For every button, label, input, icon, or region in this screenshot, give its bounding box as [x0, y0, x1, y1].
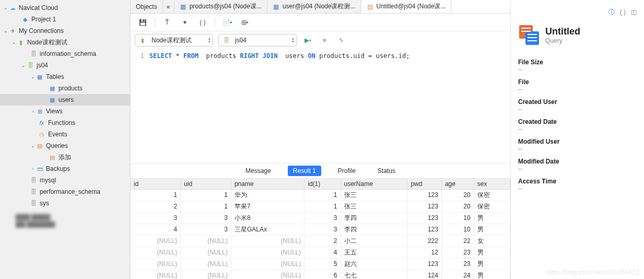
cell[interactable]: 10 — [441, 212, 474, 224]
col-header[interactable]: sex — [474, 179, 510, 189]
cell[interactable]: (NULL) — [181, 247, 231, 258]
cell[interactable]: 123 — [407, 201, 442, 212]
tree-perf[interactable]: 🗄performance_schema — [0, 186, 130, 197]
cell[interactable]: 3 — [181, 224, 231, 235]
tab-products[interactable]: ▦products@js04 (Node课... — [174, 0, 267, 13]
cell[interactable]: 222 — [407, 235, 442, 247]
tree-events[interactable]: ◷Events — [0, 129, 130, 140]
cell[interactable]: 4 — [305, 247, 341, 258]
table-row[interactable]: (NULL)(NULL)(NULL)4王五1223男 — [131, 247, 510, 258]
cell[interactable]: 6 — [305, 270, 341, 279]
tree-products[interactable]: ▦products — [0, 83, 130, 94]
tree-project[interactable]: ◆Project 1 — [0, 14, 130, 25]
editor-empty[interactable] — [131, 63, 510, 163]
col-header[interactable]: pname — [231, 179, 304, 189]
cell[interactable]: 保密 — [474, 189, 510, 201]
layout-icon[interactable]: ◫ — [631, 8, 637, 16]
cell[interactable]: 七七 — [341, 270, 407, 279]
tree-cloud[interactable]: ⌄☁Navicat Cloud — [0, 2, 130, 14]
tree-users[interactable]: ▦users — [0, 94, 130, 106]
cell[interactable]: 10 — [441, 224, 474, 235]
col-header[interactable]: userName — [341, 179, 407, 189]
cell[interactable]: 小二 — [341, 235, 407, 247]
cell[interactable]: (NULL) — [231, 235, 304, 247]
builder-button[interactable]: ⊞▸ — [239, 17, 251, 28]
cell[interactable]: (NULL) — [181, 235, 231, 247]
cell[interactable]: (NULL) — [231, 270, 304, 279]
cell[interactable]: 12 — [407, 247, 442, 258]
cell[interactable]: 3 — [181, 212, 231, 224]
cell[interactable]: 李四 — [341, 224, 407, 235]
tree-views[interactable]: ›⊞Views — [0, 106, 130, 117]
sql-editor[interactable]: 1 SELECT * FROM products RIGHT JOIN user… — [131, 49, 510, 63]
tab-untitled[interactable]: ▤Untitled@js04 (Node课... — [361, 0, 452, 13]
table-row[interactable]: 43三星GALAx3李四12310男 — [131, 224, 510, 235]
database-dropdown[interactable]: 🗄js04▴▾ — [218, 34, 297, 47]
tree-queries[interactable]: ⌄▤Queries — [0, 140, 130, 152]
cell[interactable]: 123 — [407, 258, 442, 270]
table-row[interactable]: 11华为1张三12320保密 — [131, 189, 510, 201]
cell[interactable]: 2 — [131, 201, 181, 212]
table-row[interactable]: 33小米83李四12310男 — [131, 212, 510, 224]
cell[interactable]: 3 — [305, 212, 341, 224]
cell[interactable]: 124 — [407, 270, 442, 279]
explain-plan-button[interactable]: ᔦ — [335, 34, 347, 46]
col-header[interactable]: age — [441, 179, 474, 189]
cell[interactable]: 小米8 — [231, 212, 304, 224]
cell[interactable]: (NULL) — [131, 247, 181, 258]
cell[interactable]: 1 — [305, 201, 341, 212]
tree-js04[interactable]: ⌄🗄js04 — [0, 60, 130, 71]
cell[interactable]: 张三 — [341, 189, 407, 201]
cell[interactable]: 23 — [441, 258, 474, 270]
table-row[interactable]: 21苹果71张三12320保密 — [131, 201, 510, 212]
cell[interactable]: 女 — [474, 235, 510, 247]
tree-myconn[interactable]: ⌄✈My Connections — [0, 25, 130, 37]
tree-tables[interactable]: ⌄▦Tables — [0, 71, 130, 83]
run-button[interactable]: ▶▾ — [302, 34, 313, 46]
cell[interactable]: (NULL) — [181, 258, 231, 270]
cell[interactable]: 保密 — [474, 201, 510, 212]
table-row[interactable]: (NULL)(NULL)(NULL)5赵六12323男 — [131, 258, 510, 270]
info-icon[interactable]: ⓘ — [608, 8, 615, 17]
cell[interactable]: 男 — [474, 270, 510, 279]
cell[interactable]: 华为 — [231, 189, 304, 201]
cell[interactable]: 男 — [474, 224, 510, 235]
table-row[interactable]: (NULL)(NULL)(NULL)2小二22222女 — [131, 235, 510, 247]
cell[interactable]: 王五 — [341, 247, 407, 258]
cell[interactable]: 三星GALAx — [231, 224, 304, 235]
cell[interactable]: 5 — [305, 258, 341, 270]
cell[interactable]: 1 — [131, 189, 181, 201]
rtab-profile[interactable]: Profile — [333, 166, 361, 176]
paren-button[interactable]: ( ) — [197, 17, 208, 28]
cell[interactable]: 3 — [131, 212, 181, 224]
tree-infoschema[interactable]: 🗄information_schema — [0, 48, 130, 60]
tab-user[interactable]: ▦user@js04 (Node课程测... — [267, 0, 361, 13]
col-header[interactable]: id(1) — [305, 179, 341, 189]
cell[interactable]: 1 — [181, 189, 231, 201]
cell[interactable]: 3 — [305, 224, 341, 235]
tree-conn[interactable]: ⌄▮Node课程测试 — [0, 37, 130, 48]
cell[interactable]: 男 — [474, 247, 510, 258]
cell[interactable]: 123 — [407, 189, 442, 201]
tab-prev[interactable]: « — [163, 0, 174, 13]
cell[interactable]: 20 — [441, 189, 474, 201]
cell[interactable]: (NULL) — [131, 270, 181, 279]
col-header[interactable]: uid — [181, 179, 231, 189]
col-header[interactable]: id — [131, 179, 181, 189]
col-header[interactable]: pwd — [407, 179, 442, 189]
cell[interactable]: 2 — [305, 235, 341, 247]
rtab-result[interactable]: Result 1 — [288, 166, 321, 176]
cell[interactable]: 赵六 — [341, 258, 407, 270]
tree-functions[interactable]: fxFunctions — [0, 117, 130, 129]
explain-button[interactable]: Ť — [161, 17, 173, 28]
cell[interactable]: 123 — [407, 224, 442, 235]
rtab-status[interactable]: Status — [372, 166, 401, 176]
cell[interactable]: 4 — [131, 224, 181, 235]
cell[interactable]: (NULL) — [181, 270, 231, 279]
paren-icon[interactable]: ( ) — [620, 8, 626, 16]
stop-button[interactable]: ■ — [319, 34, 330, 46]
tree-mysql[interactable]: 🗄mysql — [0, 175, 130, 186]
beautify-button[interactable]: ✦ — [179, 17, 191, 28]
tree-sys[interactable]: 🗄sys — [0, 197, 130, 209]
result-grid[interactable]: iduidpnameid(1)userNamepwdagesex 11华为1张三… — [131, 179, 510, 279]
